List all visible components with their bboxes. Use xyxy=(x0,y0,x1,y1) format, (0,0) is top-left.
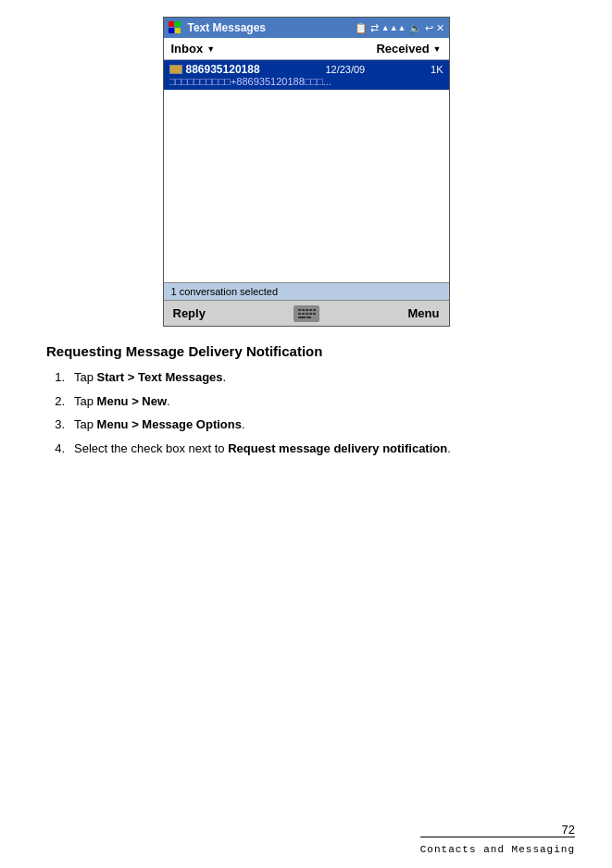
step-text: Tap Menu > New. xyxy=(74,392,170,411)
step-bold: Request message delivery notification xyxy=(228,441,447,455)
title-bar-left: Text Messages xyxy=(169,21,267,34)
step-number: 4. xyxy=(46,440,65,458)
list-item: 1. Tap Start > Text Messages. xyxy=(46,368,566,387)
signal-icon: ▲▲▲ xyxy=(381,23,406,32)
keyboard-icon[interactable] xyxy=(294,305,319,322)
step-text: Tap Menu > Message Options. xyxy=(74,415,245,434)
footer-label: Contacts and Messaging xyxy=(420,844,575,855)
received-arrow-icon: ▼ xyxy=(433,44,442,54)
volume-icon[interactable]: 🔈 xyxy=(409,22,422,34)
step-number: 1. xyxy=(46,368,65,387)
doc-content: Requesting Message Delivery Notification… xyxy=(37,343,575,457)
empty-message-area xyxy=(164,90,449,275)
received-label: Received xyxy=(376,42,429,56)
reply-button[interactable]: Reply xyxy=(173,306,206,320)
section-title: Requesting Message Delivery Notification xyxy=(46,343,566,359)
message-size: 1K xyxy=(431,64,443,75)
inbox-arrow-icon: ▼ xyxy=(206,44,215,54)
copy-icon[interactable]: 📋 xyxy=(355,22,368,34)
list-item: 4. Select the check box next to Request … xyxy=(46,440,566,458)
step-bold: Menu > Message Options xyxy=(97,417,242,431)
message-list: 886935120188 12/23/09 1K □□□□□□□□□□+8869… xyxy=(164,60,449,282)
bottom-toolbar: Reply xyxy=(164,300,449,326)
title-bar: Text Messages 📋 ⇄ ▲▲▲ 🔈 ↩ ✕ xyxy=(164,18,449,38)
envelope-icon xyxy=(169,65,182,74)
win-logo-icon xyxy=(169,21,181,34)
message-row[interactable]: 886935120188 12/23/09 1K □□□□□□□□□□+8869… xyxy=(164,60,449,90)
step-list: 1. Tap Start > Text Messages. 2. Tap Men… xyxy=(46,368,566,457)
title-bar-icons: 📋 ⇄ ▲▲▲ 🔈 ↩ ✕ xyxy=(355,22,444,34)
step-bold: Start > Text Messages xyxy=(97,370,223,384)
step-text: Tap Start > Text Messages. xyxy=(74,368,226,387)
folder-bar: Inbox ▼ Received ▼ xyxy=(164,38,449,60)
sync-icon: ⇄ xyxy=(370,22,379,34)
step-text: Select the check box next to Request mes… xyxy=(74,440,451,458)
inbox-dropdown[interactable]: Inbox ▼ xyxy=(171,42,216,56)
windows-start-icon[interactable] xyxy=(169,21,184,34)
page-footer: 72 Contacts and Messaging xyxy=(420,823,575,855)
page-number: 72 xyxy=(420,823,575,837)
list-item: 3. Tap Menu > Message Options. xyxy=(46,415,566,434)
step-bold: Menu > New xyxy=(97,394,168,408)
step-number: 3. xyxy=(46,415,65,434)
back-icon[interactable]: ↩ xyxy=(425,22,433,34)
inbox-label: Inbox xyxy=(171,42,204,56)
footer-divider xyxy=(420,837,575,837)
status-bar: 1 conversation selected xyxy=(164,282,449,300)
app-title: Text Messages xyxy=(188,21,267,34)
close-icon[interactable]: ✕ xyxy=(436,22,444,34)
message-sender: 886935120188 xyxy=(169,63,260,76)
received-dropdown[interactable]: Received ▼ xyxy=(376,42,441,56)
message-date: 12/23/09 xyxy=(325,64,365,75)
phone-screenshot: Text Messages 📋 ⇄ ▲▲▲ 🔈 ↩ ✕ Inbox ▼ Rece… xyxy=(163,17,450,327)
message-row-top: 886935120188 12/23/09 1K xyxy=(169,63,443,76)
message-preview: □□□□□□□□□□+886935120188□□□... xyxy=(169,76,443,87)
status-text: 1 conversation selected xyxy=(171,286,279,297)
page-wrapper: Text Messages 📋 ⇄ ▲▲▲ 🔈 ↩ ✕ Inbox ▼ Rece… xyxy=(0,0,612,868)
list-item: 2. Tap Menu > New. xyxy=(46,392,566,411)
menu-button[interactable]: Menu xyxy=(408,306,440,320)
step-number: 2. xyxy=(46,392,65,411)
